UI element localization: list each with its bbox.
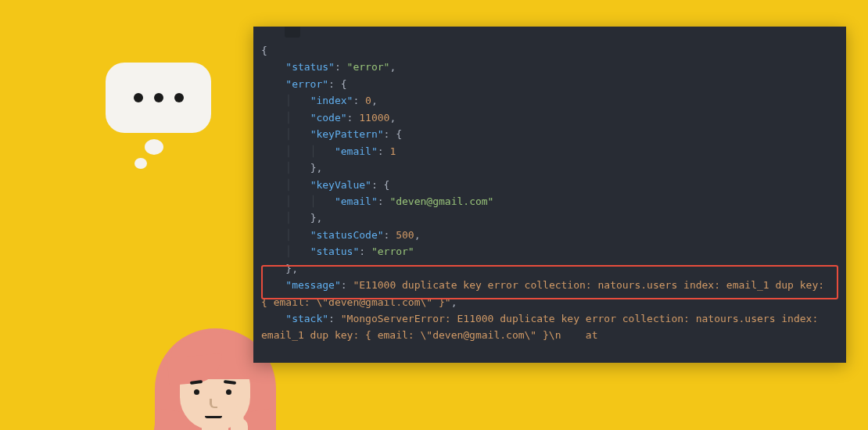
code-line-highlighted: "message": "E11000 duplicate key error c… bbox=[261, 277, 838, 310]
code-line: │ }, bbox=[261, 159, 838, 176]
thinking-person-illustration bbox=[78, 152, 195, 430]
editor-tab-icon bbox=[285, 27, 300, 38]
code-line: "status": "error", bbox=[261, 59, 838, 75]
code-line: │ }, bbox=[261, 210, 838, 226]
code-line: │ "status": "error" bbox=[261, 243, 838, 260]
code-line: │ "statusCode": 500, bbox=[261, 227, 838, 243]
code-line: │ "keyValue": { bbox=[261, 177, 838, 193]
thought-bubble bbox=[106, 63, 211, 133]
code-editor-panel: { "status": "error", "error": { │ "index… bbox=[253, 27, 846, 363]
code-line: "stack": "MongoServerError: E11000 dupli… bbox=[261, 310, 838, 344]
code-line: │ "code": 11000, bbox=[261, 109, 838, 126]
code-line: │ │ "email": "deven@gmail.com" bbox=[261, 193, 838, 210]
code-line: }, bbox=[261, 260, 838, 277]
code-line: │ "index": 0, bbox=[261, 92, 838, 109]
code-line: "error": { bbox=[261, 76, 838, 92]
code-line: │ "keyPattern": { bbox=[261, 126, 838, 142]
ellipsis-icon bbox=[134, 93, 184, 102]
code-line: { bbox=[261, 42, 838, 59]
code-line: │ │ "email": 1 bbox=[261, 143, 838, 159]
